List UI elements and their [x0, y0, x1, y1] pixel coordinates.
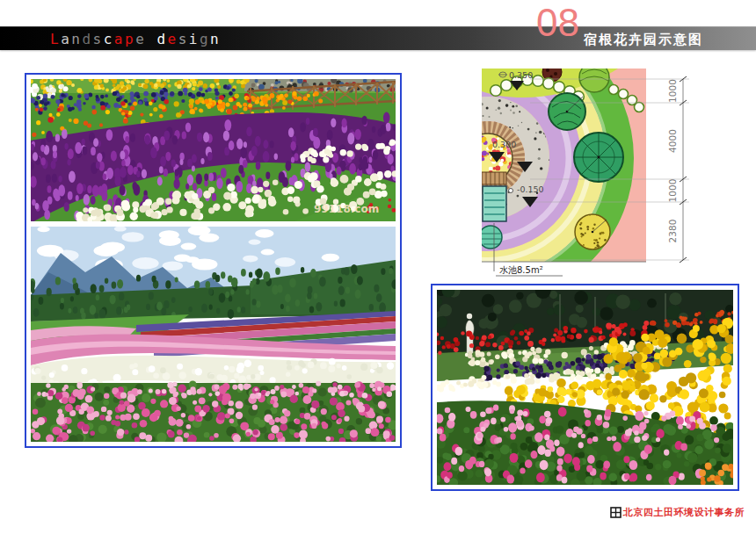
- elevation-label-3: -0.150: [517, 184, 544, 194]
- tulip-garden-photo: [437, 290, 733, 485]
- right-photo-frame: [431, 284, 739, 491]
- furano-field-photo: [31, 227, 396, 442]
- company-signature: 北京四土田环境设计事务所: [610, 506, 745, 519]
- company-name: 北京四土田环境设计事务所: [623, 506, 745, 519]
- pool: [483, 186, 506, 221]
- slide-title: 宿根花卉园示意图: [584, 32, 703, 48]
- deck-structure: [482, 172, 506, 184]
- page-number: 08: [536, 4, 579, 42]
- pool-area-label: 水池8.5m²: [499, 265, 543, 275]
- photo-watermark: 99118.com: [314, 203, 379, 215]
- elevation-label-1: 0.350: [509, 70, 533, 80]
- tian-grid-logo-icon: [610, 507, 622, 518]
- dimension-chain: 1000 4000 1000 2380: [667, 76, 687, 263]
- dim-label-2: 4000: [667, 129, 678, 153]
- plan-drawing: 1000 4000 1000 2380 0.350 0.300 -0.150 水…: [482, 69, 694, 278]
- flower-bed-photo: 99118.com: [31, 79, 396, 221]
- dim-label-1: 1000: [667, 79, 678, 103]
- elevation-label-2: 0.300: [492, 140, 516, 149]
- dim-label-4: 2380: [667, 220, 678, 243]
- left-photo-frame: 99118.com: [25, 73, 402, 448]
- dim-label-3: 1000: [667, 179, 678, 203]
- tree-teal: [482, 226, 502, 249]
- brand-text: Landscape design: [50, 31, 221, 47]
